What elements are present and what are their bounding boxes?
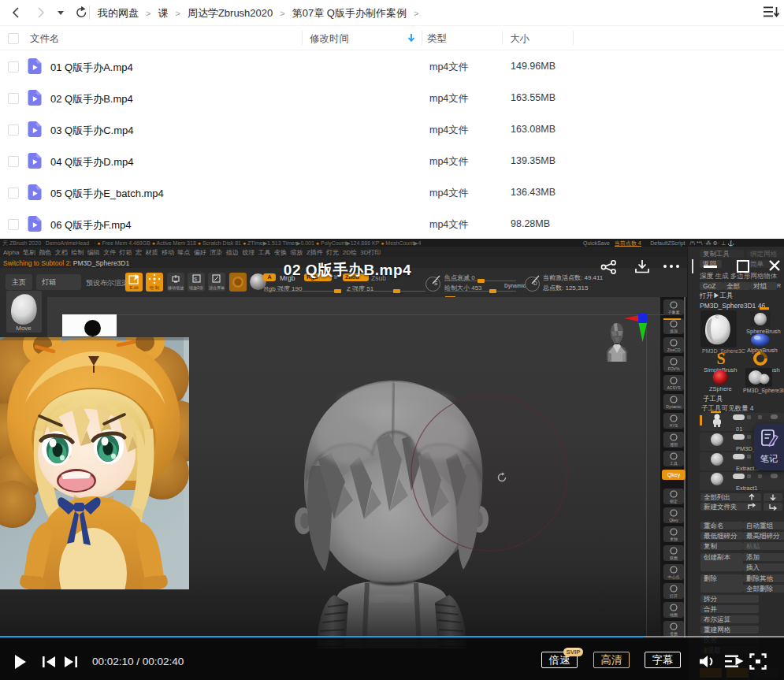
svg-text:FOV%: FOV% — [668, 366, 680, 371]
svg-text:添加: 添加 — [670, 329, 678, 334]
svg-text:移动缩放: 移动缩放 — [168, 285, 184, 291]
svg-text:适合屏幕: 适合屏幕 — [209, 285, 225, 291]
svg-text:S: S — [194, 277, 197, 281]
svg-text:中心点: 中心点 — [668, 574, 680, 579]
svg-text:绘 制: 绘 制 — [150, 285, 160, 290]
svg-text:子像素: 子像素 — [668, 310, 680, 315]
svg-text:E.dit: E.dit — [129, 285, 138, 290]
svg-text:透明: 透明 — [670, 442, 678, 447]
svg-text:S: S — [716, 351, 725, 366]
svg-text:Move: Move — [16, 325, 32, 332]
svg-text:ACSYS: ACSYS — [667, 385, 682, 390]
svg-text:D: D — [533, 281, 537, 286]
svg-text:双面: 双面 — [670, 556, 678, 561]
svg-text:S: S — [434, 281, 438, 286]
svg-text:C: C — [715, 314, 719, 319]
svg-text:ZiveCD: ZiveCD — [667, 347, 681, 352]
svg-text:笔记: 笔记 — [760, 454, 778, 463]
svg-text:工具: 工具 — [670, 461, 678, 466]
svg-text:单独: 单独 — [670, 537, 678, 541]
svg-text:HYS: HYS — [670, 423, 678, 428]
svg-text:Qkey: Qkey — [669, 518, 678, 522]
svg-text:缩放2倍: 缩放2倍 — [189, 285, 203, 291]
svg-text:锁定: 锁定 — [670, 499, 678, 504]
svg-text:地面: 地面 — [669, 612, 678, 618]
svg-text:打开: 打开 — [670, 593, 678, 599]
svg-text:Dynamic: Dynamic — [666, 404, 682, 409]
